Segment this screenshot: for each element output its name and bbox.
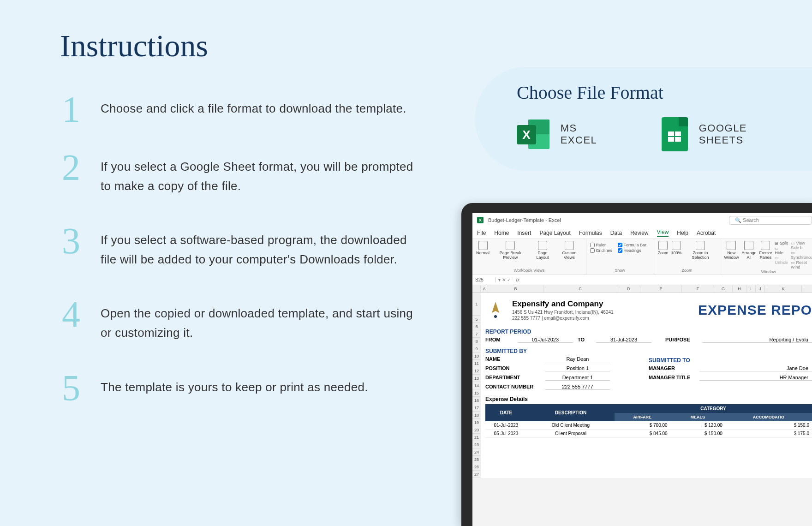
expense-table: DATE DESCRIPTION CATEGORY AIRFARE MEALS … [485,404,812,438]
freeze-panes-button[interactable]: Freeze Panes [759,241,772,260]
company-address: 1456 S Us 421 Hwy Frankfort, Indiana(IN)… [512,309,614,315]
step-text: If you select a software-based program, … [101,228,424,269]
zoom-100-button[interactable]: 100% [671,241,682,256]
excel-ribbon-tabs: File Home Insert Page Layout Formulas Da… [472,227,812,239]
expense-details-label: Expense Details [485,396,812,402]
step-number: 5 [60,375,82,401]
new-window-button[interactable]: New Window [724,241,739,260]
excel-window: X Budget-Ledger-Template - Excel 🔍 Searc… [472,213,812,526]
excel-titlebar: X Budget-Ledger-Template - Excel 🔍 Searc… [472,213,812,227]
page-break-preview-button[interactable]: Page Break Preview [492,241,529,260]
tab-pagelayout[interactable]: Page Layout [539,230,570,236]
unhide-button[interactable]: ▭ Unhide [775,256,788,265]
formulabar-checkbox[interactable]: Formula Bar [618,243,647,247]
reset-window-button[interactable]: ▭ Reset Wind [791,260,812,269]
step-number: 4 [60,301,82,327]
instructions-list: 1 Choose and click a file format to down… [0,64,424,401]
company-logo [485,300,506,320]
formula-bar: S25 ▾ ✕ ✓ fx [472,275,812,285]
ribbon-group-show: Ruler Gridlines Formula Bar Headings Sho… [586,239,654,275]
column-headers: A B C D E F G H I J K [472,285,812,293]
svg-point-0 [494,315,497,318]
cell-reference[interactable]: S25 [472,277,496,282]
spreadsheet-content[interactable]: Expensify and Company 1456 S Us 421 Hwy … [481,293,812,478]
custom-views-button[interactable]: Custom Views [556,241,582,260]
company-name: Expensify and Company [512,299,614,309]
zoom-button[interactable]: Zoom [658,241,669,256]
tab-file[interactable]: File [477,230,486,236]
laptop-mockup: X Budget-Ledger-Template - Excel 🔍 Searc… [461,203,812,526]
tab-review[interactable]: Review [630,230,648,236]
ribbon-group-window: New Window Arrange All Freeze Panes ⊞ Sp… [720,239,812,275]
file-format-title: Choose File Format [517,82,794,103]
split-button[interactable]: ⊞ Split [775,241,788,245]
submitted-by-label: SUBMITTED BY [485,348,649,354]
google-sheets-icon [662,117,688,151]
ms-excel-label: MS EXCEL [561,122,616,146]
from-value: 01-Jul-2023 [518,337,573,343]
step-number: 1 [60,96,82,122]
step-item: 1 Choose and click a file format to down… [60,96,424,122]
hide-button[interactable]: ▭ Hide [775,246,788,255]
step-text: The template is yours to keep or print a… [101,375,368,397]
row-headers: 1 567 8910 111213 141516 171819 202123 2… [472,293,481,478]
excel-app-icon: X [477,217,484,223]
excel-filename: Budget-Ledger-Template - Excel [488,217,561,223]
excel-ribbon: Normal Page Break Preview Page Layout Cu… [472,239,812,275]
ribbon-group-workbook-views: Normal Page Break Preview Page Layout Cu… [472,239,586,275]
tab-view[interactable]: View [657,229,669,237]
report-period-label: REPORT PERIOD [485,329,812,335]
purpose-value: Reporting / Evalu [702,337,812,343]
ribbon-group-label: Window [724,269,812,274]
step-item: 3 If you select a software-based program… [60,228,424,269]
google-sheets-label: GOOGLE SHEETS [699,122,794,146]
ribbon-group-label: Zoom [658,268,716,273]
tab-home[interactable]: Home [494,230,509,236]
ms-excel-icon: X [517,118,549,151]
table-row: 05-Jul-2023 Client Proposal $ 845.00 $ 1… [485,430,812,438]
step-text: If you select a Google Sheet format, you… [101,155,424,196]
step-text: Open the copied or downloaded template, … [101,301,424,342]
ms-excel-option[interactable]: X MS EXCEL [517,118,616,151]
submitted-to-label: SUBMITTED TO [649,357,812,364]
tab-data[interactable]: Data [610,230,622,236]
step-item: 5 The template is yours to keep or print… [60,375,424,401]
purpose-label: PURPOSE [665,337,698,342]
ribbon-group-label: Show [590,268,650,273]
normal-view-button[interactable]: Normal [476,241,490,256]
ribbon-group-zoom: Zoom 100% Zoom to Selection Zoom [654,239,721,275]
to-label: TO [578,337,591,342]
report-title: EXPENSE REPO [698,302,812,318]
company-contact: 222 555 7777 | email@expensify.com [512,315,614,321]
file-format-panel: Choose File Format X MS EXCEL GOOGLE SHE… [475,67,812,171]
page-title: Instructions [0,0,812,64]
excel-search-box[interactable]: 🔍 Search [729,216,812,225]
headings-checkbox[interactable]: Headings [618,248,647,253]
zoom-selection-button[interactable]: Zoom to Selection [685,241,716,260]
page-layout-button[interactable]: Page Layout [531,241,554,260]
arrange-all-button[interactable]: Arrange All [741,241,756,260]
to-value: 31-Jul-2023 [596,337,651,343]
view-side-button[interactable]: ▭ View Side b [791,241,812,250]
step-item: 2 If you select a Google Sheet format, y… [60,155,424,196]
file-format-options: X MS EXCEL GOOGLE SHEETS [517,117,794,151]
table-row: 01-Jul-2023 Old Client Meeting $ 700.00 … [485,421,812,430]
from-label: FROM [485,337,513,342]
step-number: 3 [60,228,82,254]
tab-insert[interactable]: Insert [517,230,531,236]
step-text: Choose and click a file format to downlo… [101,96,406,119]
google-sheets-option[interactable]: GOOGLE SHEETS [662,117,794,151]
ribbon-group-label: Workbook Views [476,268,582,273]
sync-scroll-button[interactable]: ▭ Synchronou [791,251,812,260]
step-item: 4 Open the copied or downloaded template… [60,301,424,342]
step-number: 2 [60,155,82,180]
tab-acrobat[interactable]: Acrobat [697,230,716,236]
tab-formulas[interactable]: Formulas [579,230,602,236]
tab-help[interactable]: Help [677,230,688,236]
fx-label: fx [513,277,523,282]
